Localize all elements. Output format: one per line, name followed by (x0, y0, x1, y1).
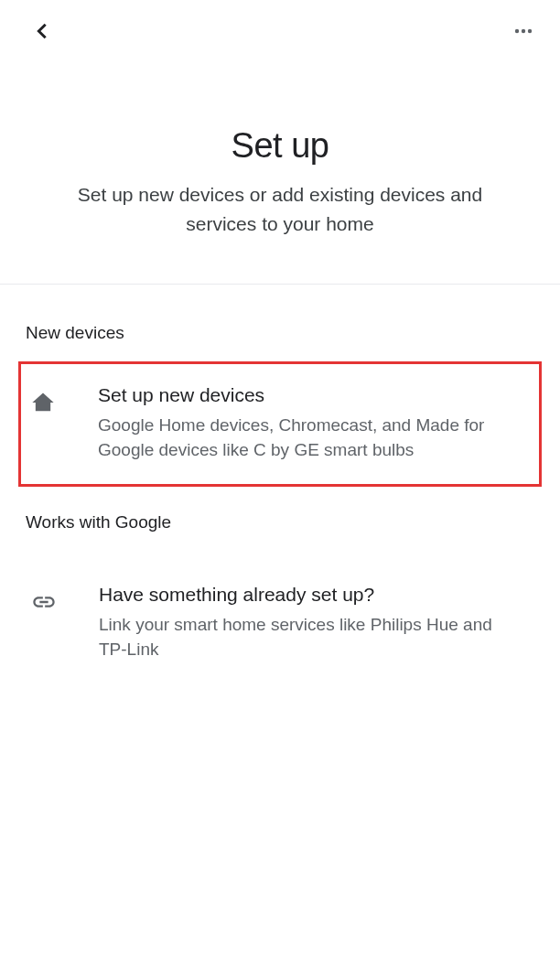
section-header-works-with-google: Works with Google (26, 487, 534, 551)
link-services-option[interactable]: Have something already set up? Link your… (26, 564, 534, 683)
back-button[interactable] (27, 16, 57, 46)
more-options-button[interactable] (509, 16, 538, 46)
link-icon (27, 586, 60, 618)
option-title: Have something already set up? (99, 584, 523, 606)
page-title: Set up (37, 126, 523, 166)
option-title: Set up new devices (98, 384, 521, 406)
more-horizontal-icon (512, 20, 534, 42)
svg-point-1 (522, 29, 525, 33)
page-subtitle: Set up new devices or add existing devic… (37, 180, 523, 238)
chevron-left-icon (32, 18, 52, 44)
option-description: Link your smart home services like Phili… (99, 613, 523, 661)
svg-point-0 (515, 29, 519, 33)
app-header (0, 0, 560, 55)
option-text-container: Set up new devices Google Home devices, … (98, 384, 521, 462)
setup-new-devices-option[interactable]: Set up new devices Google Home devices, … (18, 361, 542, 487)
svg-point-2 (528, 29, 532, 33)
option-text-container: Have something already set up? Link your… (99, 584, 523, 661)
new-devices-section: New devices Set up new devices Google Ho… (0, 285, 560, 683)
home-icon (27, 386, 59, 419)
title-section: Set up Set up new devices or add existin… (0, 55, 560, 284)
section-header-new-devices: New devices (26, 285, 534, 361)
option-description: Google Home devices, Chromecast, and Mad… (98, 414, 521, 462)
